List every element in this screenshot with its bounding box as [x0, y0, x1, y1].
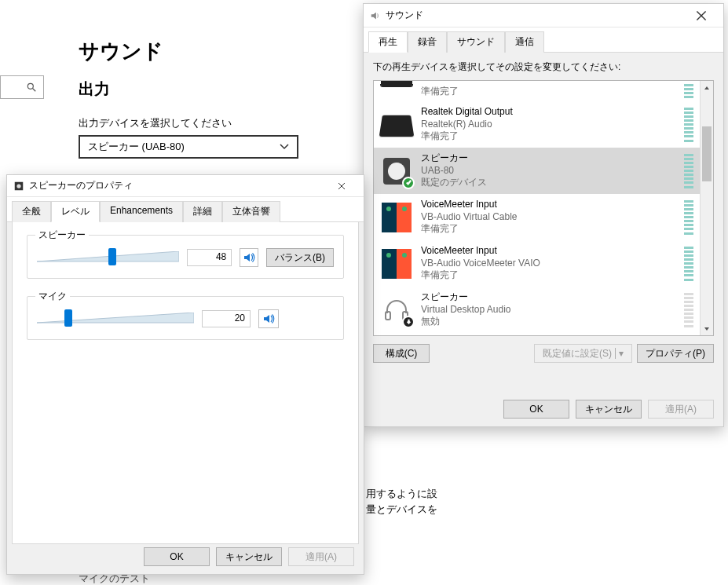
bg-text-fragment: 用するように設: [366, 487, 437, 501]
mic-group-label: マイク: [35, 290, 70, 303]
mic-volume-slider[interactable]: [37, 309, 194, 328]
level-meter-icon: [684, 84, 693, 98]
page-title: サウンド: [79, 38, 163, 65]
tab-spatial[interactable]: 立体音響: [222, 201, 280, 222]
disabled-badge-icon: [402, 316, 415, 328]
device-driver: VB-Audio Virtual Cable: [421, 211, 676, 224]
slider-thumb[interactable]: [64, 309, 72, 327]
device-row[interactable]: VoiceMeeter InputVB-Audio VoiceMeeter VA…: [374, 240, 700, 287]
configure-button[interactable]: 構成(C): [373, 344, 430, 363]
close-button[interactable]: [326, 176, 357, 196]
output-device-select[interactable]: スピーカー (UAB-80): [79, 135, 298, 159]
device-text: スピーカーUAB-80既定のデバイス: [421, 152, 676, 189]
level-meter-icon: [684, 108, 693, 142]
device-icon: [380, 81, 413, 98]
device-driver: Virtual Desktop Audio: [421, 304, 676, 316]
tab-sound[interactable]: サウンド: [447, 31, 505, 53]
speaker-level-group: スピーカー 48 バランス(B): [27, 235, 344, 279]
device-status: 準備完了: [421, 130, 676, 143]
apply-button[interactable]: 適用(A): [288, 547, 354, 566]
device-row[interactable]: スピーカーUAB-80既定のデバイス: [374, 148, 700, 194]
svg-point-11: [16, 184, 20, 188]
device-name: VoiceMeeter Input: [421, 245, 676, 258]
sound-dialog-titlebar[interactable]: サウンド: [364, 4, 723, 27]
device-name: Realtek Digital Output: [421, 106, 676, 119]
tab-enhancements[interactable]: Enhancements: [100, 201, 183, 222]
balance-button[interactable]: バランス(B): [266, 248, 334, 267]
device-driver: VB-Audio VoiceMeeter VAIO: [421, 258, 676, 270]
playback-instruction: 下の再生デバイスを選択してその設定を変更してください:: [373, 60, 714, 74]
device-row[interactable]: Realtek Digital OutputRealtek(R) Audio準備…: [374, 101, 700, 148]
tab-general[interactable]: 全般: [12, 201, 51, 222]
device-row[interactable]: VoiceMeeter InputVB-Audio Virtual Cable準…: [374, 194, 700, 240]
tab-detail[interactable]: 詳細: [183, 201, 222, 222]
section-output-heading: 出力: [79, 79, 110, 100]
set-default-button[interactable]: 既定値に設定(S) ▾: [534, 344, 632, 363]
ok-button[interactable]: OK: [144, 547, 210, 566]
close-button[interactable]: [696, 0, 724, 2]
cancel-button[interactable]: キャンセル: [576, 400, 642, 419]
speaker-volume-value[interactable]: 48: [187, 249, 232, 266]
speaker-group-label: スピーカー: [35, 229, 89, 242]
speaker-volume-slider[interactable]: [37, 248, 179, 267]
speaker-icon: [243, 251, 255, 264]
device-icon: [380, 201, 413, 234]
scrollbar[interactable]: [700, 81, 713, 335]
mic-level-group: マイク 20: [27, 296, 344, 340]
device-name: スピーカー: [421, 291, 676, 304]
device-text: VoiceMeeter InputVB-Audio VoiceMeeter VA…: [421, 245, 676, 282]
chevron-down-icon: ▾: [615, 348, 624, 359]
device-icon: [380, 247, 413, 280]
properties-button[interactable]: プロパティ(P): [637, 344, 714, 363]
maximize-button[interactable]: [668, 0, 696, 2]
cancel-button[interactable]: キャンセル: [216, 547, 282, 566]
tab-playback[interactable]: 再生: [368, 31, 408, 53]
sound-dialog-tabs: 再生 録音 サウンド 通信: [364, 27, 723, 53]
speaker-properties-titlebar[interactable]: スピーカーのプロパティ: [7, 175, 364, 197]
svg-point-0: [27, 83, 33, 89]
device-status: 無効: [421, 316, 676, 328]
device-driver: Realtek(R) Audio: [421, 119, 676, 131]
sound-dialog: サウンド 再生 録音 サウンド 通信 下の再生デバイスを選択してその設定を変更し…: [363, 3, 724, 427]
close-button[interactable]: [686, 5, 717, 27]
sound-dialog-title: サウンド: [386, 9, 423, 22]
tab-level[interactable]: レベル: [51, 201, 100, 222]
speaker-mute-button[interactable]: [240, 248, 258, 267]
device-status: 準備完了: [421, 223, 676, 236]
scroll-thumb[interactable]: [702, 126, 712, 181]
tab-recording[interactable]: 録音: [408, 31, 447, 53]
apply-button[interactable]: 適用(A): [648, 400, 714, 419]
scroll-down-button[interactable]: [701, 322, 713, 335]
minimize-button[interactable]: [639, 0, 668, 2]
mic-mute-button[interactable]: [258, 309, 279, 328]
speaker-properties-dialog: スピーカーのプロパティ 全般 レベル Enhancements 詳細 立体音響 …: [6, 174, 364, 575]
device-name: スピーカー: [421, 152, 676, 165]
scroll-up-button[interactable]: [701, 81, 713, 94]
chevron-down-icon: [280, 142, 289, 152]
level-meter-icon: [684, 247, 693, 281]
ok-button[interactable]: OK: [503, 400, 569, 419]
device-icon: [380, 155, 413, 188]
svg-line-1: [33, 89, 36, 92]
speaker-properties-title: スピーカーのプロパティ: [29, 179, 133, 192]
slider-thumb[interactable]: [108, 248, 116, 265]
level-meter-icon: [684, 293, 693, 327]
device-driver: UAB-80: [421, 165, 676, 177]
device-text: VoiceMeeter InputVB-Audio Virtual Cable準…: [421, 199, 676, 236]
playback-device-list: 準備完了Realtek Digital OutputRealtek(R) Aud…: [373, 80, 714, 336]
device-status: 既定のデバイス: [421, 177, 676, 189]
device-text: Realtek Digital OutputRealtek(R) Audio準備…: [421, 106, 676, 143]
device-status: 準備完了: [421, 86, 676, 98]
level-meter-icon: [684, 154, 693, 188]
tab-communications[interactable]: 通信: [505, 31, 544, 53]
speaker-icon: [262, 313, 275, 325]
device-row[interactable]: スピーカーVirtual Desktop Audio無効: [374, 287, 700, 333]
device-row[interactable]: 準備完了: [374, 81, 700, 101]
output-device-value: スピーカー (UAB-80): [88, 140, 185, 154]
speaker-properties-tabs: 全般 レベル Enhancements 詳細 立体音響: [7, 197, 364, 222]
settings-search-box[interactable]: [0, 75, 44, 99]
mic-volume-value[interactable]: 20: [202, 310, 251, 327]
bg-text-fragment: 量とデバイスを: [366, 503, 437, 517]
set-default-label: 既定値に設定(S): [543, 347, 612, 360]
speaker-icon: [370, 10, 381, 21]
